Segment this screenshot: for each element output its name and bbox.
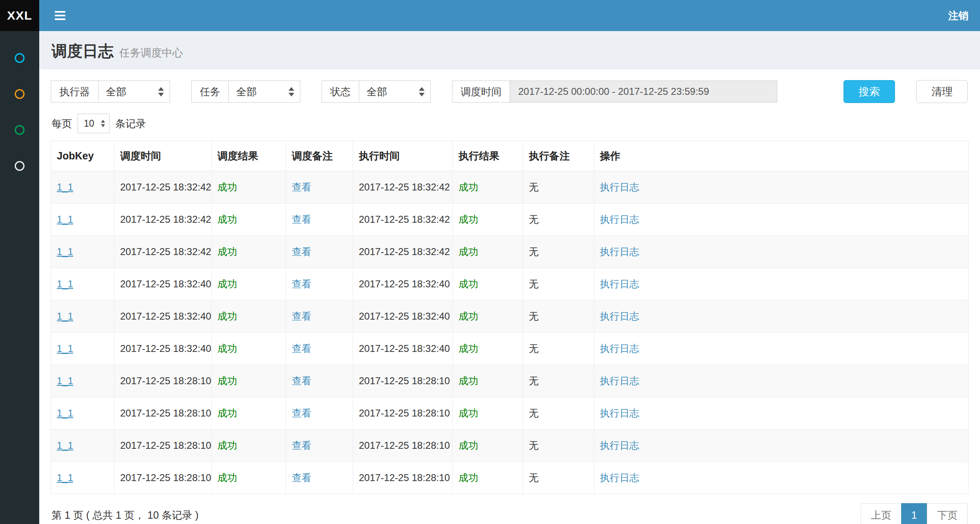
jobkey-link[interactable]: 1_1 [57,181,73,193]
executor-select[interactable]: 全部 [98,81,170,103]
exec-log-link[interactable]: 执行日志 [600,246,639,257]
view-trigger-msg-link[interactable]: 查看 [292,440,311,451]
handle-msg-cell: 无 [523,462,594,494]
handle-result-cell: 成功 [453,268,523,300]
status-select[interactable]: 全部 [359,81,431,103]
trigger-msg-cell: 查看 [286,397,353,430]
log-table-header: JobKey 调度时间 调度结果 调度备注 执行时间 执行结果 执行备注 操作 [51,141,969,171]
log-table-body: 1_1 2017-12-25 18:32:42 成功 查看 2017-12-25… [51,171,969,494]
jobkey-cell: 1_1 [51,430,114,462]
trigger-result-cell: 成功 [212,236,286,268]
current-page-button[interactable]: 1 [901,503,927,524]
exec-log-link[interactable]: 执行日志 [600,278,639,289]
trigger-time-filter-label: 调度时间 [452,81,510,103]
view-trigger-msg-link[interactable]: 查看 [292,408,311,419]
jobkey-link[interactable]: 1_1 [57,246,73,257]
jobkey-link[interactable]: 1_1 [57,375,73,386]
filter-status: 状态 全部 [322,81,431,103]
trigger-msg-cell: 查看 [286,236,353,268]
handle-result-cell: 成功 [453,171,523,204]
page-size-value: 10 [84,118,94,129]
table-footer: 第 1 页 ( 总共 1 页， 10 条记录 ) 上页 1 下页 [51,494,969,524]
exec-log-link[interactable]: 执行日志 [600,214,639,225]
filter-toolbar: 执行器 全部 任务 全部 状态 全部 [51,69,969,103]
exec-log-link[interactable]: 执行日志 [600,343,639,354]
trigger-time-cell: 2017-12-25 18:28:10 [114,397,212,430]
prev-page-button[interactable]: 上页 [861,503,902,524]
pagination: 上页 1 下页 [861,503,968,524]
view-trigger-msg-link[interactable]: 查看 [292,311,311,322]
exec-log-link[interactable]: 执行日志 [600,408,639,419]
handle-time-cell: 2017-12-25 18:32:42 [353,204,453,236]
select-stepper-icon [419,87,425,96]
jobkey-link[interactable]: 1_1 [57,440,73,451]
trigger-msg-cell: 查看 [286,333,353,365]
sidebar-item-1[interactable] [0,40,39,76]
logout-link[interactable]: 注销 [948,9,969,22]
trigger-result-cell: 成功 [212,365,286,397]
trigger-result-cell: 成功 [212,204,286,236]
page-size-select[interactable]: 10 [78,114,110,133]
executor-filter-label: 执行器 [51,81,98,103]
trigger-time-range-input[interactable] [510,81,777,103]
trigger-result-cell: 成功 [212,268,286,300]
jobkey-link[interactable]: 1_1 [57,472,73,483]
view-trigger-msg-link[interactable]: 查看 [292,375,311,386]
view-trigger-msg-link[interactable]: 查看 [292,472,311,483]
handle-msg-cell: 无 [523,204,594,236]
trigger-msg-cell: 查看 [286,462,353,494]
sidebar [0,31,39,524]
jobkey-link[interactable]: 1_1 [57,214,73,225]
jobkey-link[interactable]: 1_1 [57,343,73,354]
navbar-main: 注销 [39,0,980,31]
sidebar-item-2[interactable] [0,76,39,112]
filter-trigger-time: 调度时间 [452,81,777,103]
trigger-result-cell: 成功 [212,462,286,494]
exec-log-link[interactable]: 执行日志 [600,472,639,483]
log-table-row: 1_1 2017-12-25 18:32:42 成功 查看 2017-12-25… [51,236,969,268]
action-cell: 执行日志 [594,300,969,333]
handle-result-cell: 成功 [453,430,523,462]
log-table-row: 1_1 2017-12-25 18:32:42 成功 查看 2017-12-25… [51,171,969,204]
trigger-msg-cell: 查看 [286,204,353,236]
handle-time-cell: 2017-12-25 18:32:40 [353,300,453,333]
exec-log-link[interactable]: 执行日志 [600,311,639,322]
handle-msg-cell: 无 [523,430,594,462]
jobkey-link[interactable]: 1_1 [57,311,73,322]
view-trigger-msg-link[interactable]: 查看 [292,181,311,193]
sidebar-toggle-icon[interactable] [51,7,69,24]
handle-time-cell: 2017-12-25 18:32:42 [353,171,453,204]
search-button[interactable]: 搜索 [844,80,895,103]
jobkey-link[interactable]: 1_1 [57,408,73,419]
jobkey-link[interactable]: 1_1 [57,278,73,289]
executor-select-value: 全部 [106,85,126,99]
exec-log-link[interactable]: 执行日志 [600,440,639,451]
view-trigger-msg-link[interactable]: 查看 [292,343,311,354]
trigger-time-cell: 2017-12-25 18:32:40 [114,268,212,300]
job-filter-label: 任务 [191,81,228,103]
view-trigger-msg-link[interactable]: 查看 [292,214,311,225]
job-select[interactable]: 全部 [228,81,300,103]
action-cell: 执行日志 [594,268,969,300]
handle-result-cell: 成功 [453,236,523,268]
col-header-trigger-time: 调度时间 [114,141,212,171]
content-panel: 执行器 全部 任务 全部 状态 全部 [39,69,980,524]
pagination-summary: 第 1 页 ( 总共 1 页， 10 条记录 ) [51,508,199,522]
action-cell: 执行日志 [594,171,969,204]
sidebar-item-4[interactable] [0,148,39,184]
app-logo[interactable]: XXL [0,0,39,31]
trigger-result-cell: 成功 [212,397,286,430]
trigger-msg-cell: 查看 [286,430,353,462]
next-page-button[interactable]: 下页 [927,503,968,524]
clear-button[interactable]: 清理 [916,80,968,103]
trigger-time-cell: 2017-12-25 18:28:10 [114,430,212,462]
jobkey-cell: 1_1 [51,268,114,300]
exec-log-link[interactable]: 执行日志 [600,375,639,386]
exec-log-link[interactable]: 执行日志 [600,181,639,193]
jobkey-cell: 1_1 [51,300,114,333]
view-trigger-msg-link[interactable]: 查看 [292,246,311,257]
view-trigger-msg-link[interactable]: 查看 [292,278,311,289]
sidebar-item-3[interactable] [0,112,39,148]
main-layout: 调度日志 任务调度中心 执行器 全部 任务 全部 [0,31,980,524]
handle-msg-cell: 无 [523,171,594,204]
